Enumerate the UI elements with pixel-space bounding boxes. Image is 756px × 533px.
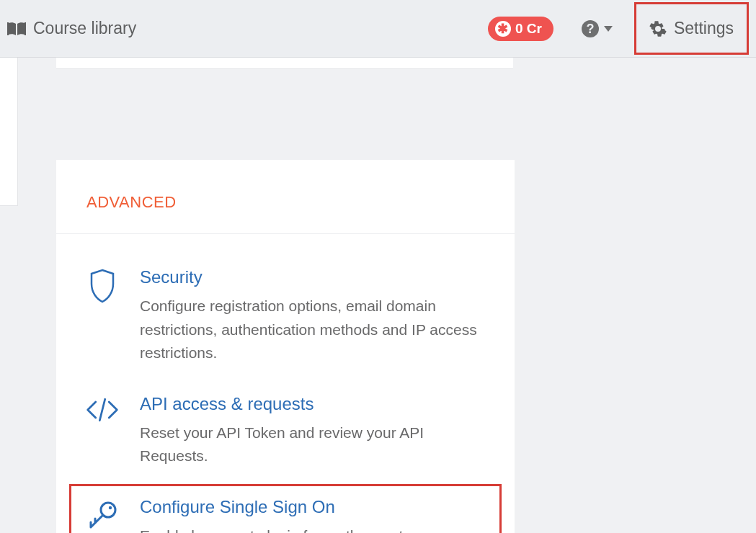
caret-down-icon — [604, 26, 613, 32]
credits-label: 0 Cr — [515, 21, 542, 37]
settings-list: Security Configure registration options,… — [56, 234, 515, 533]
svg-rect-1 — [25, 22, 26, 35]
credits-badge[interactable]: ✱ 0 Cr — [488, 17, 553, 41]
key-icon — [85, 497, 120, 533]
book-icon — [7, 21, 26, 37]
setting-item-security[interactable]: Security Configure registration options,… — [69, 254, 502, 381]
svg-text:?: ? — [586, 22, 594, 36]
code-icon — [85, 394, 120, 424]
gear-icon — [649, 20, 667, 37]
content-area: ADVANCED Security Configure registration… — [0, 58, 756, 533]
topbar: Course library ✱ 0 Cr ? Settings — [0, 0, 756, 58]
settings-button-highlight: Settings — [634, 2, 749, 55]
advanced-settings-card: ADVANCED Security Configure registration… — [56, 160, 515, 533]
shield-icon — [85, 267, 120, 303]
setting-desc-security: Configure registration options, email do… — [140, 295, 486, 365]
setting-item-sso[interactable]: Configure Single Sign On Enable learners… — [69, 484, 502, 533]
setting-title-api: API access & requests — [140, 394, 486, 414]
help-icon: ? — [581, 19, 600, 38]
setting-desc-api: Reset your API Token and review your API… — [140, 421, 486, 468]
asterisk-icon: ✱ — [495, 21, 511, 37]
svg-point-5 — [109, 506, 112, 509]
svg-rect-0 — [7, 22, 9, 35]
setting-text-sso: Configure Single Sign On Enable learners… — [140, 497, 486, 533]
course-library-link[interactable]: Course library — [7, 19, 136, 38]
setting-desc-sso: Enable learners to login from other syst… — [140, 524, 486, 533]
settings-label: Settings — [674, 19, 734, 38]
setting-text-api: API access & requests Reset your API Tok… — [140, 394, 486, 468]
setting-item-api[interactable]: API access & requests Reset your API Tok… — [69, 381, 502, 484]
advanced-heading: ADVANCED — [86, 193, 484, 212]
advanced-header: ADVANCED — [56, 160, 515, 234]
course-library-label: Course library — [33, 19, 136, 38]
previous-card-stub — [56, 58, 513, 69]
setting-title-security: Security — [140, 267, 486, 287]
setting-text-security: Security Configure registration options,… — [140, 267, 486, 365]
setting-title-sso: Configure Single Sign On — [140, 497, 486, 517]
left-panel-stub — [0, 58, 18, 206]
help-dropdown[interactable]: ? — [581, 19, 613, 38]
settings-button[interactable]: Settings — [636, 4, 747, 53]
